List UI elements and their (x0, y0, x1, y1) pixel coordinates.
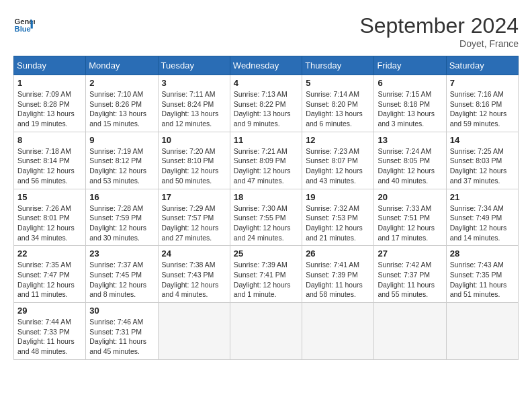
day-number: 23 (89, 248, 154, 259)
location: Doyet, France (359, 38, 519, 49)
calendar-cell: 2 Sunrise: 7:10 AMSunset: 8:26 PMDayligh… (86, 75, 158, 132)
day-info: Sunrise: 7:39 AMSunset: 7:41 PMDaylight:… (234, 260, 298, 300)
day-number: 19 (306, 192, 370, 202)
day-info: Sunrise: 7:35 AMSunset: 7:47 PMDaylight:… (17, 260, 82, 300)
calendar-cell: 29 Sunrise: 7:44 AMSunset: 7:33 PMDaylig… (14, 303, 86, 360)
month-title: September 2024 (359, 13, 519, 38)
calendar-header-row: Sunday Monday Tuesday Wednesday Thursday… (14, 56, 519, 75)
day-number: 3 (162, 78, 226, 88)
calendar-week-row: 15 Sunrise: 7:26 AMSunset: 8:01 PMDaylig… (14, 189, 519, 246)
calendar-week-row: 22 Sunrise: 7:35 AMSunset: 7:47 PMDaylig… (14, 246, 519, 303)
day-number: 4 (234, 78, 298, 88)
day-info: Sunrise: 7:38 AMSunset: 7:43 PMDaylight:… (162, 260, 226, 300)
calendar-cell: 25 Sunrise: 7:39 AMSunset: 7:41 PMDaylig… (230, 246, 302, 303)
calendar-cell: 16 Sunrise: 7:28 AMSunset: 7:59 PMDaylig… (86, 189, 158, 246)
day-info: Sunrise: 7:18 AMSunset: 8:14 PMDaylight:… (17, 146, 82, 186)
calendar-cell: 6 Sunrise: 7:15 AMSunset: 8:18 PMDayligh… (374, 75, 446, 132)
calendar-cell: 17 Sunrise: 7:29 AMSunset: 7:57 PMDaylig… (158, 189, 230, 246)
day-number: 29 (17, 306, 82, 316)
calendar-cell: 23 Sunrise: 7:37 AMSunset: 7:45 PMDaylig… (86, 246, 158, 303)
calendar-cell: 30 Sunrise: 7:46 AMSunset: 7:31 PMDaylig… (86, 303, 158, 360)
calendar-cell: 8 Sunrise: 7:18 AMSunset: 8:14 PMDayligh… (14, 132, 86, 189)
calendar-cell: 14 Sunrise: 7:25 AMSunset: 8:03 PMDaylig… (446, 132, 518, 189)
calendar-cell: 3 Sunrise: 7:11 AMSunset: 8:24 PMDayligh… (158, 75, 230, 132)
col-tuesday: Tuesday (158, 56, 230, 75)
day-info: Sunrise: 7:26 AMSunset: 8:01 PMDaylight:… (17, 203, 82, 243)
logo: General Blue (13, 13, 35, 35)
day-info: Sunrise: 7:14 AMSunset: 8:20 PMDaylight:… (306, 89, 370, 129)
calendar-cell: 4 Sunrise: 7:13 AMSunset: 8:22 PMDayligh… (230, 75, 302, 132)
day-number: 21 (450, 192, 515, 202)
day-number: 5 (306, 78, 370, 88)
day-number: 17 (162, 192, 226, 202)
day-info: Sunrise: 7:30 AMSunset: 7:55 PMDaylight:… (234, 203, 298, 243)
day-number: 12 (306, 135, 370, 145)
day-info: Sunrise: 7:20 AMSunset: 8:10 PMDaylight:… (162, 146, 226, 186)
day-number: 11 (234, 135, 298, 145)
calendar-cell: 12 Sunrise: 7:23 AMSunset: 8:07 PMDaylig… (302, 132, 374, 189)
day-info: Sunrise: 7:11 AMSunset: 8:24 PMDaylight:… (162, 89, 226, 129)
day-info: Sunrise: 7:42 AMSunset: 7:37 PMDaylight:… (378, 260, 442, 300)
page-header: General Blue September 2024 Doyet, Franc… (13, 13, 519, 49)
day-number: 30 (89, 306, 154, 316)
calendar-cell: 18 Sunrise: 7:30 AMSunset: 7:55 PMDaylig… (230, 189, 302, 246)
day-info: Sunrise: 7:10 AMSunset: 8:26 PMDaylight:… (89, 89, 154, 129)
day-number: 1 (17, 78, 82, 88)
col-wednesday: Wednesday (230, 56, 302, 75)
day-number: 18 (234, 192, 298, 202)
col-friday: Friday (374, 56, 446, 75)
calendar-cell: 7 Sunrise: 7:16 AMSunset: 8:16 PMDayligh… (446, 75, 518, 132)
day-number: 7 (450, 78, 515, 88)
day-info: Sunrise: 7:23 AMSunset: 8:07 PMDaylight:… (306, 146, 370, 186)
day-info: Sunrise: 7:28 AMSunset: 7:59 PMDaylight:… (89, 203, 154, 243)
day-number: 6 (378, 78, 442, 88)
day-number: 9 (89, 135, 154, 145)
calendar-cell (230, 303, 302, 360)
calendar-cell: 24 Sunrise: 7:38 AMSunset: 7:43 PMDaylig… (158, 246, 230, 303)
calendar-cell (446, 303, 518, 360)
calendar-cell (374, 303, 446, 360)
logo-icon: General Blue (13, 13, 35, 35)
day-info: Sunrise: 7:16 AMSunset: 8:16 PMDaylight:… (450, 89, 515, 129)
day-number: 20 (378, 192, 442, 202)
col-thursday: Thursday (302, 56, 374, 75)
calendar-cell (158, 303, 230, 360)
day-info: Sunrise: 7:13 AMSunset: 8:22 PMDaylight:… (234, 89, 298, 129)
col-monday: Monday (86, 56, 158, 75)
day-info: Sunrise: 7:24 AMSunset: 8:05 PMDaylight:… (378, 146, 442, 186)
day-info: Sunrise: 7:43 AMSunset: 7:35 PMDaylight:… (450, 260, 515, 300)
calendar-cell: 5 Sunrise: 7:14 AMSunset: 8:20 PMDayligh… (302, 75, 374, 132)
calendar-cell: 21 Sunrise: 7:34 AMSunset: 7:49 PMDaylig… (446, 189, 518, 246)
day-number: 25 (234, 248, 298, 259)
calendar-week-row: 1 Sunrise: 7:09 AMSunset: 8:28 PMDayligh… (14, 75, 519, 132)
day-number: 27 (378, 248, 442, 259)
day-info: Sunrise: 7:37 AMSunset: 7:45 PMDaylight:… (89, 260, 154, 300)
calendar-cell: 10 Sunrise: 7:20 AMSunset: 8:10 PMDaylig… (158, 132, 230, 189)
day-info: Sunrise: 7:33 AMSunset: 7:51 PMDaylight:… (378, 203, 442, 243)
day-info: Sunrise: 7:44 AMSunset: 7:33 PMDaylight:… (17, 317, 82, 357)
day-info: Sunrise: 7:21 AMSunset: 8:09 PMDaylight:… (234, 146, 298, 186)
day-number: 8 (17, 135, 82, 145)
calendar-cell: 11 Sunrise: 7:21 AMSunset: 8:09 PMDaylig… (230, 132, 302, 189)
day-info: Sunrise: 7:15 AMSunset: 8:18 PMDaylight:… (378, 89, 442, 129)
day-number: 14 (450, 135, 515, 145)
calendar-cell: 26 Sunrise: 7:41 AMSunset: 7:39 PMDaylig… (302, 246, 374, 303)
title-block: September 2024 Doyet, France (359, 13, 519, 49)
day-info: Sunrise: 7:19 AMSunset: 8:12 PMDaylight:… (89, 146, 154, 186)
day-number: 10 (162, 135, 226, 145)
calendar-week-row: 8 Sunrise: 7:18 AMSunset: 8:14 PMDayligh… (14, 132, 519, 189)
day-number: 2 (89, 78, 154, 88)
day-info: Sunrise: 7:34 AMSunset: 7:49 PMDaylight:… (450, 203, 515, 243)
day-info: Sunrise: 7:09 AMSunset: 8:28 PMDaylight:… (17, 89, 82, 129)
svg-text:Blue: Blue (15, 25, 31, 33)
day-info: Sunrise: 7:29 AMSunset: 7:57 PMDaylight:… (162, 203, 226, 243)
calendar-cell: 15 Sunrise: 7:26 AMSunset: 8:01 PMDaylig… (14, 189, 86, 246)
day-number: 26 (306, 248, 370, 259)
day-number: 28 (450, 248, 515, 259)
day-number: 13 (378, 135, 442, 145)
calendar-cell: 13 Sunrise: 7:24 AMSunset: 8:05 PMDaylig… (374, 132, 446, 189)
day-number: 16 (89, 192, 154, 202)
day-info: Sunrise: 7:32 AMSunset: 7:53 PMDaylight:… (306, 203, 370, 243)
calendar-table: Sunday Monday Tuesday Wednesday Thursday… (13, 56, 519, 360)
calendar-cell: 27 Sunrise: 7:42 AMSunset: 7:37 PMDaylig… (374, 246, 446, 303)
